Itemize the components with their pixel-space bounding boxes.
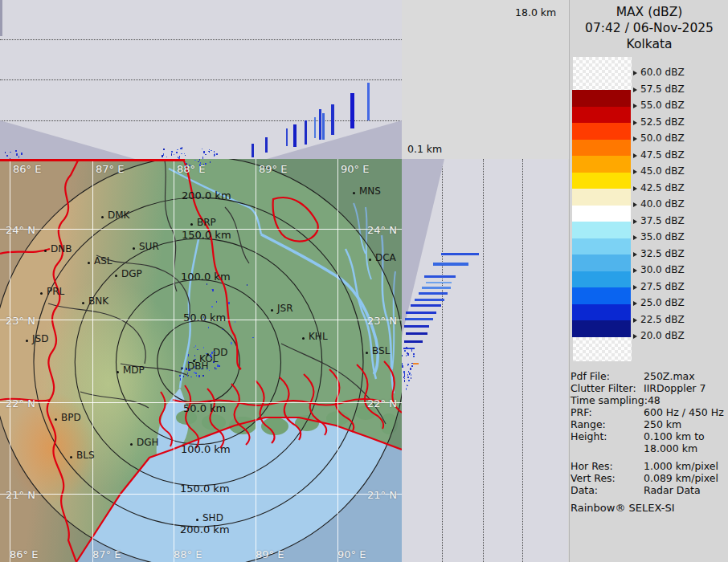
info-value: 0.089 km/pixel	[644, 472, 718, 484]
height-gridline	[0, 79, 402, 80]
echo-speck	[202, 149, 202, 149]
echo-speck	[410, 368, 411, 370]
echo-speck	[404, 378, 405, 379]
info-label: Vert Res:	[571, 472, 644, 484]
echo-speck	[215, 367, 215, 369]
echo-speck	[197, 349, 198, 350]
station-dot	[82, 302, 84, 304]
station-marker-bnk: BNK	[83, 295, 108, 307]
radar-app-window: 18.0 km 0.1 km	[0, 0, 728, 562]
scale-tick-label: 20.0 dBZ	[633, 330, 685, 341]
echo-speck	[209, 370, 210, 371]
echo-speck	[206, 353, 207, 354]
scale-tick-label: 30.0 dBZ	[633, 264, 685, 275]
tick-arrow-icon	[633, 252, 637, 257]
station-marker-dca: DCA	[370, 252, 396, 263]
echo-speck	[209, 151, 210, 153]
echo-speck	[407, 354, 409, 356]
echo-speck	[203, 316, 204, 318]
station-label: ASL	[94, 255, 112, 267]
echo-speck	[176, 152, 178, 153]
scale-swatch	[572, 222, 631, 238]
longitude-label: 90° E	[341, 163, 369, 175]
echo-speck	[10, 152, 11, 153]
info-label: PRF:	[571, 406, 644, 418]
echo-speck	[184, 153, 185, 154]
echo-bar	[424, 275, 456, 278]
scale-tick-label: 40.0 dBZ	[633, 198, 685, 210]
scale-tick-label: 32.5 dBZ	[633, 248, 685, 259]
echo-speck	[177, 149, 178, 150]
echo-speck	[207, 283, 207, 285]
echo-speck	[188, 361, 189, 364]
echo-speck	[211, 150, 212, 151]
station-label: BLS	[76, 450, 95, 461]
tick-arrow-icon	[633, 285, 637, 290]
echo-speck	[15, 150, 17, 152]
tick-arrow-icon	[633, 153, 637, 158]
echo-bar	[433, 263, 468, 266]
echo-speck	[206, 163, 207, 165]
longitude-label: 88° E	[174, 548, 202, 560]
scale-tick-label: 47.5 dBZ	[633, 149, 685, 161]
echo-speck	[215, 353, 215, 354]
echo-speck	[402, 355, 403, 356]
echo-speck	[202, 375, 204, 377]
scale-swatch	[572, 156, 631, 173]
echo-speck	[171, 153, 172, 156]
height-gridline	[522, 159, 523, 562]
echo-speck	[182, 367, 182, 369]
scale-tick-label: 57.5 dBZ	[633, 83, 685, 95]
echo-speck	[407, 377, 409, 378]
station-label: SHD	[202, 512, 223, 523]
station-label: DMK	[108, 210, 129, 221]
station-label: BSL	[372, 345, 390, 356]
station-dot	[70, 456, 72, 458]
echo-speck	[180, 378, 181, 381]
info-value: 48	[648, 394, 661, 406]
station-dot	[190, 223, 193, 226]
echo-bar	[319, 109, 321, 140]
station-marker-bls: BLS	[71, 450, 95, 461]
range-ring-label: 50.0 km	[183, 402, 226, 414]
echo-bar	[411, 304, 441, 307]
info-label: Pdf File:	[571, 370, 644, 382]
station-marker-brp: BRP	[191, 217, 216, 228]
info-label: Range:	[571, 418, 644, 430]
tick-arrow-icon	[633, 71, 637, 75]
station-label: MDP	[123, 364, 145, 376]
scale-swatch	[572, 206, 631, 222]
echo-speck	[183, 376, 184, 377]
info-row: Height:0.100 km to 18.000 km	[571, 430, 726, 454]
echo-bar	[265, 137, 268, 153]
height-gridline	[0, 120, 402, 121]
tick-arrow-icon	[633, 235, 637, 240]
station-dot	[117, 371, 119, 373]
echo-speck	[407, 364, 408, 366]
echo-speck	[408, 348, 410, 349]
echo-speck	[406, 355, 407, 356]
echo-speck	[411, 374, 411, 376]
product-datetime: 07:42 / 06-Nov-2025	[570, 20, 728, 36]
echo-speck	[204, 319, 206, 320]
longitude-label: 90° E	[337, 548, 366, 560]
top-height-profile-panel	[0, 0, 403, 159]
scale-swatch	[572, 238, 631, 255]
echo-speck	[212, 289, 214, 291]
info-value: 250Z.max	[644, 370, 695, 382]
info-value: 0.100 km to 18.000 km	[644, 430, 705, 454]
longitude-label: 87° E	[92, 548, 121, 560]
info-label: Hor Res:	[571, 460, 644, 472]
tick-arrow-icon	[633, 301, 637, 306]
longitude-label: 86° E	[13, 163, 41, 175]
echo-speck	[406, 388, 407, 390]
echo-speck	[407, 385, 407, 386]
longitude-label: 86° E	[10, 548, 38, 560]
echo-speck	[231, 342, 232, 344]
echo-bar	[252, 144, 254, 157]
tick-arrow-icon	[633, 136, 637, 141]
echo-speck	[188, 354, 189, 356]
echo-speck	[235, 321, 235, 323]
scale-swatch	[572, 189, 631, 206]
echo-mark-orange	[413, 363, 419, 364]
